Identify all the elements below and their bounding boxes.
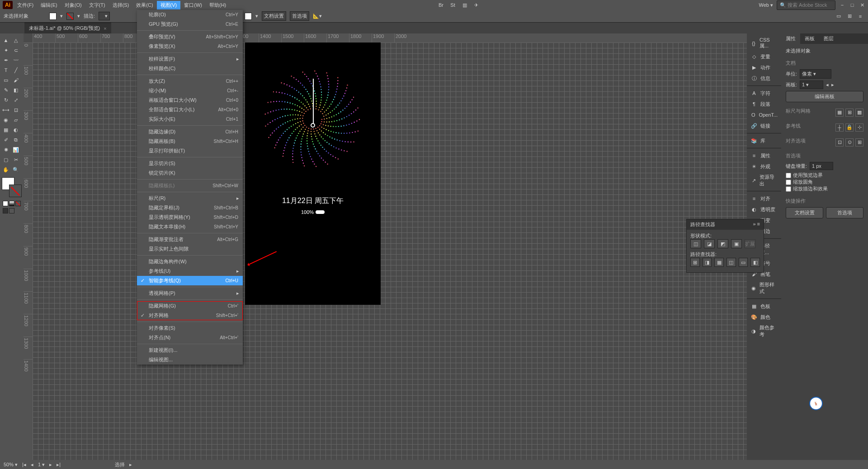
- panel-8[interactable]: 📚库: [747, 135, 781, 146]
- perspective-tool[interactable]: ▱: [11, 115, 21, 125]
- menu-item-M[interactable]: 缩小(M)Ctrl+-: [137, 86, 243, 95]
- scale-strokes-checkbox[interactable]: 缩放描边和效果: [786, 185, 863, 192]
- panel-6[interactable]: OOpenT...: [747, 109, 781, 120]
- panel-5[interactable]: ¶段落: [747, 99, 781, 109]
- merge-button[interactable]: ▦: [714, 258, 724, 267]
- menu-文件[interactable]: 文件(F): [14, 1, 37, 9]
- workspace-switcher[interactable]: Web ▾: [759, 2, 773, 8]
- menu-item-D[interactable]: 隐藏边缘(D)Ctrl+H: [137, 127, 243, 137]
- menu-item-L[interactable]: 全部适合窗口大小(L)Alt+Ctrl+0: [137, 105, 243, 114]
- panel-21[interactable]: 🎨颜色: [747, 312, 781, 322]
- menu-item-F[interactable]: 校样设置(F)▸: [137, 54, 243, 64]
- menu-选择[interactable]: 选择(S): [109, 1, 133, 9]
- scale-tool[interactable]: ⤢: [11, 95, 21, 105]
- minus-front-button[interactable]: ◪: [704, 239, 715, 248]
- key-increment-field[interactable]: [810, 162, 833, 170]
- menu-item-E[interactable]: 实际大小(E)Ctrl+1: [137, 114, 243, 124]
- menu-帮助[interactable]: 帮助(H): [206, 1, 230, 9]
- menu-item-H[interactable]: 隐藏文本串接(H)Shift+Ctrl+Y: [137, 222, 243, 232]
- shape-builder-tool[interactable]: ◉: [1, 115, 11, 125]
- scale-corners-checkbox[interactable]: 缩放圆角: [786, 179, 863, 185]
- align-icon[interactable]: 📐▾: [313, 13, 322, 19]
- snap-point-icon[interactable]: ⊙: [845, 138, 854, 147]
- artboard-next[interactable]: ▸: [831, 82, 834, 88]
- width-tool[interactable]: ⟷: [1, 105, 11, 115]
- tab-layers[interactable]: 图层: [819, 33, 838, 44]
- crop-button[interactable]: ◫: [726, 258, 736, 267]
- graph-tool[interactable]: 📊: [11, 145, 21, 155]
- menu-item-O[interactable]: 轮廓(O)Ctrl+Y: [137, 10, 243, 19]
- stroke-weight[interactable]: ▾: [99, 12, 110, 20]
- free-transform-tool[interactable]: ⊡: [11, 105, 21, 115]
- eraser-tool[interactable]: ◧: [11, 85, 21, 95]
- panel-12[interactable]: ≡对齐: [747, 193, 781, 204]
- transparency-grid-icon[interactable]: ▩: [855, 109, 863, 117]
- arrange-icon[interactable]: ▥: [461, 1, 469, 9]
- color-mode-gradient[interactable]: [9, 201, 14, 206]
- grid-toggle-icon[interactable]: ⊞: [845, 109, 854, 117]
- nav-prev[interactable]: ◂: [31, 462, 33, 468]
- send-icon[interactable]: ✈: [472, 1, 481, 9]
- menu-item-I[interactable]: 新建视图(I)...: [137, 346, 243, 355]
- tab-close-icon[interactable]: ×: [104, 26, 106, 31]
- rectangle-tool[interactable]: ▭: [1, 75, 11, 85]
- doc-settings-button[interactable]: 文档设置: [262, 11, 286, 21]
- panel-13[interactable]: ◐透明度: [747, 204, 781, 215]
- selection-tool[interactable]: ▲: [1, 35, 11, 45]
- menu-item-C[interactable]: 校样颜色(C): [137, 64, 243, 73]
- menu-item-S[interactable]: 显示切片(S): [137, 159, 243, 168]
- line-tool[interactable]: ╱: [11, 65, 21, 75]
- outline-button[interactable]: ▭: [739, 258, 748, 267]
- menu-item-J[interactable]: 隐藏定界框(J)Shift+Ctrl+B: [137, 203, 243, 213]
- quick-prefs[interactable]: 首选项: [826, 207, 863, 218]
- artboard-prev[interactable]: ◂: [826, 82, 829, 88]
- panel-20[interactable]: ▦色板: [747, 301, 781, 312]
- panel-3[interactable]: ⓘ信息: [747, 73, 781, 84]
- style-swatch[interactable]: [245, 13, 252, 20]
- divide-button[interactable]: ⊞: [690, 258, 700, 267]
- stock-icon[interactable]: St: [449, 1, 457, 9]
- menu-item-W[interactable]: 画板适合窗口大小(W)Ctrl+0: [137, 95, 243, 105]
- menu-效果[interactable]: 效果(C): [132, 1, 156, 9]
- bridge-icon[interactable]: Br: [437, 1, 445, 9]
- artboard[interactable]: 11月22日 周五下午 100%: [245, 43, 381, 305]
- prefs-button[interactable]: 首选项: [290, 11, 309, 21]
- magic-wand-tool[interactable]: ✦: [1, 45, 11, 55]
- shaper-tool[interactable]: ✎: [1, 85, 11, 95]
- color-mode-none[interactable]: [15, 201, 21, 206]
- intersect-button[interactable]: ◩: [717, 239, 728, 248]
- artboard-dropdown[interactable]: 1 ▾: [800, 81, 823, 89]
- close-button[interactable]: ✕: [859, 2, 865, 8]
- expand-button[interactable]: 扩展: [745, 239, 755, 248]
- menu-item-[interactable]: 隐藏渐变批注者Alt+Ctrl+G: [137, 235, 243, 244]
- menu-item-Z[interactable]: 放大(Z)Ctrl++: [137, 76, 243, 86]
- panel-icon-3[interactable]: ≡: [856, 12, 864, 20]
- mesh-tool[interactable]: ▦: [1, 125, 11, 135]
- menu-item-R[interactable]: 标尺(R)▸: [137, 194, 243, 203]
- artboard-num[interactable]: 1 ▾: [38, 462, 45, 468]
- menu-对象[interactable]: 对象(O): [61, 1, 85, 9]
- menu-item-B[interactable]: 隐藏画板(B)Shift+Ctrl+H: [137, 137, 243, 146]
- menu-item-[interactable]: 编辑视图...: [137, 355, 243, 365]
- panel-22[interactable]: ◑颜色参考: [747, 322, 781, 340]
- menu-item-W[interactable]: 隐藏边角构件(W): [137, 257, 243, 266]
- menu-编辑[interactable]: 编辑(E): [37, 1, 61, 9]
- menu-item-V[interactable]: 叠印预览(V)Alt+Shift+Ctrl+Y: [137, 32, 243, 42]
- type-tool[interactable]: T: [1, 65, 11, 75]
- guides-lock-icon[interactable]: 🔒: [845, 123, 854, 132]
- menu-item-T[interactable]: 显示打印拼贴(T): [137, 146, 243, 156]
- document-tab[interactable]: 未标题-1.ai* @ 50% (RGB/预览) ×: [24, 23, 111, 33]
- panel-4[interactable]: A字符: [747, 88, 781, 99]
- maximize-button[interactable]: □: [849, 2, 855, 8]
- trim-button[interactable]: ◨: [703, 258, 712, 267]
- quick-doc-settings[interactable]: 文档设置: [786, 207, 823, 218]
- smart-guides-icon[interactable]: ⊹: [855, 123, 863, 132]
- panel-10[interactable]: ☀外观: [747, 161, 781, 172]
- edit-artboard-button[interactable]: 编辑画板: [786, 91, 863, 102]
- menu-文字[interactable]: 文字(T): [85, 1, 109, 9]
- panel-0[interactable]: {}CSS 属...: [747, 35, 781, 51]
- panel-icon-2[interactable]: ⊞: [845, 12, 854, 20]
- nav-last[interactable]: ▸|: [57, 462, 61, 468]
- panel-7[interactable]: 🔗链接: [747, 120, 781, 131]
- nav-next[interactable]: ▸: [49, 462, 52, 468]
